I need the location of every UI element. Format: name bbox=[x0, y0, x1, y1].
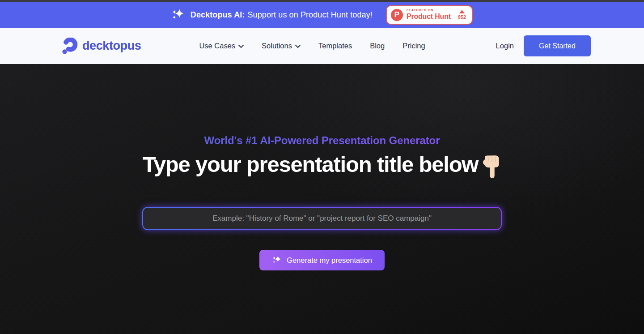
generate-presentation-button[interactable]: Generate my presentation bbox=[259, 250, 385, 270]
decktopus-logo[interactable]: decktopus bbox=[61, 38, 141, 55]
sparkles-icon bbox=[272, 255, 282, 265]
upvote-counter: 952 bbox=[458, 10, 466, 20]
sparkles-icon bbox=[171, 8, 185, 21]
nav-item-blog[interactable]: Blog bbox=[370, 42, 385, 50]
generate-button-label: Generate my presentation bbox=[287, 256, 372, 265]
featured-on-label: FEATURED ON bbox=[407, 9, 451, 13]
nav-item-label: Use Cases bbox=[199, 42, 235, 50]
nav-item-pricing[interactable]: Pricing bbox=[402, 42, 425, 50]
announcement-banner: Decktopus AI:Support us on Product Hunt … bbox=[0, 2, 644, 28]
product-hunt-logo-icon: P bbox=[391, 9, 403, 21]
decktopus-logo-icon bbox=[61, 38, 78, 55]
top-navigation: decktopus Use Cases Solutions Templates … bbox=[0, 28, 644, 64]
nav-item-use-cases[interactable]: Use Cases bbox=[199, 42, 244, 50]
decktopus-landing-page: Decktopus AI:Support us on Product Hunt … bbox=[0, 0, 644, 334]
get-started-button[interactable]: Get Started bbox=[524, 35, 591, 56]
presentation-title-input-border bbox=[142, 207, 502, 230]
nav-item-label: Pricing bbox=[402, 42, 425, 50]
hero-section: World's #1 AI-Powered Presentation Gener… bbox=[0, 64, 644, 334]
nav-item-label: Templates bbox=[318, 42, 352, 50]
nav-item-label: Blog bbox=[370, 42, 385, 50]
nav-actions: Login Get Started bbox=[496, 35, 591, 56]
banner-brand: Decktopus AI: bbox=[191, 10, 245, 19]
upvote-count: 952 bbox=[458, 14, 466, 20]
hero-heading-text: Type your presentation title below bbox=[143, 152, 479, 177]
product-hunt-badge[interactable]: P FEATURED ON Product Hunt 952 bbox=[386, 5, 473, 25]
nav-menu: Use Cases Solutions Templates Blog Prici… bbox=[199, 42, 425, 50]
nav-item-solutions[interactable]: Solutions bbox=[262, 42, 301, 50]
logo-wordmark: decktopus bbox=[82, 39, 141, 53]
presentation-title-input[interactable] bbox=[143, 208, 501, 229]
product-hunt-name: Product Hunt bbox=[407, 13, 451, 21]
chevron-down-icon bbox=[295, 45, 301, 48]
login-link[interactable]: Login bbox=[496, 42, 514, 50]
banner-message-text: Support us on Product Hunt today! bbox=[247, 10, 372, 19]
chevron-down-icon bbox=[238, 45, 244, 48]
nav-item-label: Solutions bbox=[262, 42, 292, 50]
nav-item-templates[interactable]: Templates bbox=[318, 42, 352, 50]
hero-heading: Type your presentation title below bbox=[143, 152, 502, 179]
banner-message: Decktopus AI:Support us on Product Hunt … bbox=[191, 10, 373, 20]
upvote-triangle-icon bbox=[459, 10, 465, 13]
pointing-down-hand-icon bbox=[482, 154, 501, 179]
hero-tagline: World's #1 AI-Powered Presentation Gener… bbox=[204, 134, 440, 147]
